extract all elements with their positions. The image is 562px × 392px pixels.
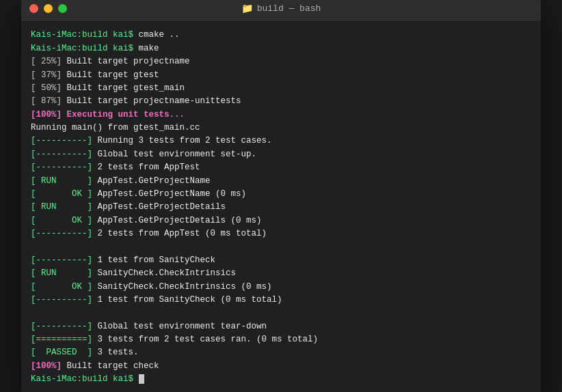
line-14: [ RUN ] AppTest.GetProjectDetails — [31, 201, 531, 214]
line-8: Running main() from gtest_main.cc — [31, 122, 531, 135]
line-25: [ PASSED ] 3 tests. — [31, 346, 531, 359]
cursor — [139, 374, 144, 384]
line-6: [ 87%] Built target projectname-unittest… — [31, 95, 531, 108]
line-1: Kais-iMac:build kai$ cmake .. — [31, 29, 531, 42]
line-18: [----------] 1 test from SanityCheck — [31, 254, 531, 267]
line-16: [----------] 2 tests from AppTest (0 ms … — [31, 227, 531, 240]
line-21: [----------] 1 test from SanityCheck (0 … — [31, 294, 531, 307]
line-12: [ RUN ] AppTest.GetProjectName — [31, 175, 531, 188]
traffic-lights — [29, 4, 67, 13]
window-title: 📁 build — bash — [241, 3, 321, 14]
terminal-window: 📁 build — bash Kais-iMac:build kai$ cmak… — [21, 0, 541, 392]
line-24: [==========] 3 tests from 2 test cases r… — [31, 333, 531, 346]
line-11: [----------] 2 tests from AppTest — [31, 161, 531, 174]
line-20: [ OK ] SanityCheck.CheckIntrinsics (0 ms… — [31, 281, 531, 294]
terminal-body[interactable]: Kais-iMac:build kai$ cmake .. Kais-iMac:… — [21, 22, 541, 392]
line-4: [ 37%] Built target gtest — [31, 69, 531, 82]
line-17 — [31, 240, 531, 253]
line-3: [ 25%] Built target projectname — [31, 55, 531, 68]
line-9: [----------] Running 3 tests from 2 test… — [31, 135, 531, 148]
close-button[interactable] — [29, 4, 38, 13]
minimize-button[interactable] — [44, 4, 53, 13]
line-26: [100%] Built target check — [31, 360, 531, 373]
line-7: [100%] Executing unit tests... — [31, 109, 531, 122]
titlebar: 📁 build — bash — [21, 0, 541, 22]
maximize-button[interactable] — [58, 4, 67, 13]
line-22 — [31, 307, 531, 320]
line-15: [ OK ] AppTest.GetProjectDetails (0 ms) — [31, 214, 531, 227]
line-27: Kais-iMac:build kai$ — [31, 373, 531, 386]
folder-icon: 📁 — [241, 3, 253, 14]
line-2: Kais-iMac:build kai$ make — [31, 42, 531, 55]
line-23: [----------] Global test environment tea… — [31, 320, 531, 333]
line-19: [ RUN ] SanityCheck.CheckIntrinsics — [31, 267, 531, 280]
line-13: [ OK ] AppTest.GetProjectName (0 ms) — [31, 188, 531, 201]
title-text: build — bash — [257, 3, 321, 14]
line-10: [----------] Global test environment set… — [31, 148, 531, 161]
line-5: [ 50%] Built target gtest_main — [31, 82, 531, 95]
